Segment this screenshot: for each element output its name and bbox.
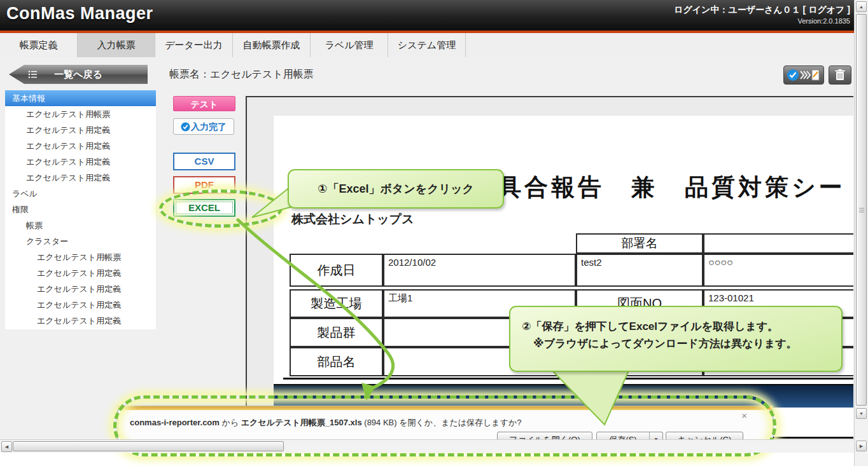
app-logo: ConMas Manager [6, 4, 153, 24]
sidebar-item[interactable]: エクセルテスト用帳票 [5, 106, 156, 122]
vertical-scrollbar[interactable]: ▲ ▼ ▶ [854, 0, 868, 466]
callout-step2: ②「保存」を押下してExcelファイルを取得します。 ※ブラウザによってダウンロ… [509, 306, 843, 372]
sidebar-item[interactable]: エクセルテスト用定義 [5, 297, 156, 313]
cell-dept-value: test2 [576, 254, 703, 287]
document-title: 具合報告 兼 品質対策シート [498, 172, 853, 203]
document-page: 具合報告 兼 品質対策シート 株式会社シムトップス 部署名 作成者 作成日 20… [274, 116, 853, 439]
sidebar-item[interactable]: エクセルテスト用定義 [5, 122, 156, 138]
page-title: 帳票名：エクセルテスト用帳票 [169, 68, 314, 81]
cell-date-value: 2012/10/02 [383, 254, 576, 287]
tab-入力帳票[interactable]: 入力帳票 [78, 33, 155, 57]
callout-step1-text: ①「Excel」ボタンをクリック [318, 181, 474, 196]
cell-factory-label: 製造工場 [290, 289, 383, 318]
login-status-logoff-link[interactable]: ログイン中：ユーザーさん０１ [ ログオフ ] [674, 4, 850, 16]
back-button-label: 一覧へ戻る [54, 69, 102, 79]
sidebar-item[interactable]: エクセルテスト用定義 [5, 313, 156, 329]
tab-データー出力[interactable]: データー出力 [155, 33, 233, 57]
sidebar-item[interactable]: エクセルテスト用定義 [5, 170, 156, 186]
tab-ラベル管理[interactable]: ラベル管理 [311, 33, 388, 57]
cell-part-name-label: 部品名 [290, 347, 383, 376]
thumb-grip [859, 210, 864, 210]
scroll-left-icon[interactable]: ◀ [1, 441, 12, 452]
document-viewer: 具合報告 兼 品質対策シート 株式会社シムトップス 部署名 作成者 作成日 20… [246, 96, 853, 439]
sidebar-item[interactable]: エクセルテスト用帳票 [5, 249, 156, 265]
sidebar-item[interactable]: クラスター [5, 233, 156, 249]
callout-step1: ①「Excel」ボタンをクリック [288, 169, 504, 209]
scroll-right-icon[interactable]: ▶ [856, 441, 867, 451]
table-bottom-rule [283, 378, 853, 380]
back-to-list-button[interactable]: 一覧へ戻る [9, 65, 148, 84]
tab-自動帳票作成[interactable]: 自動帳票作成 [233, 33, 311, 57]
sidebar-item[interactable]: 帳票 [5, 217, 156, 233]
test-button[interactable]: テスト [173, 96, 235, 111]
tab-bar: 帳票定義入力帳票データー出力自動帳票作成ラベル管理システム管理 [0, 33, 868, 57]
check-chevrons-edit-icon [787, 67, 821, 83]
delete-button[interactable] [829, 65, 851, 85]
sidebar-item[interactable]: エクセルテスト用定義 [5, 154, 156, 170]
tab-帳票定義[interactable]: 帳票定義 [0, 33, 78, 57]
scroll-up-icon[interactable]: ▲ [856, 1, 867, 12]
document-company: 株式会社シムトップス [291, 211, 414, 228]
sidebar-item[interactable]: 権限 [5, 202, 156, 217]
sidebar-item[interactable]: エクセルテスト用定義 [5, 265, 156, 281]
input-complete-label: 入力完了 [191, 121, 227, 132]
sidebar-item[interactable]: エクセルテスト用定義 [5, 281, 156, 297]
horizontal-scrollbar[interactable]: ◀ [0, 439, 854, 453]
csv-export-button[interactable]: CSV [173, 153, 235, 170]
cell-author-value: ○○○○ [703, 254, 853, 287]
header-cell-author: 作成者 [703, 233, 853, 254]
scroll-down-icon[interactable]: ▼ [856, 408, 867, 419]
tab-システム管理[interactable]: システム管理 [388, 33, 466, 57]
vertical-scrollbar-thumb[interactable] [856, 14, 867, 406]
horizontal-scrollbar-thumb[interactable] [13, 441, 284, 451]
input-complete-button[interactable]: 入力完了 [173, 118, 234, 135]
sidebar-item[interactable]: ラベル [5, 186, 156, 202]
list-icon [28, 69, 38, 79]
sidebar: 基本情報エクセルテスト用帳票エクセルテスト用定義エクセルテスト用定義エクセルテス… [5, 90, 156, 329]
trash-icon [834, 69, 846, 81]
callout-step2-line1: ②「保存」を押下してExcelファイルを取得します。 [522, 318, 841, 335]
callout-step2-line2: ※ブラウザによってダウンロード方法は異なります。 [522, 335, 841, 352]
cell-product-group-label: 製品群 [290, 318, 383, 347]
sidebar-item[interactable]: エクセルテスト用定義 [5, 138, 156, 154]
approve-flow-edit-button[interactable] [783, 65, 824, 85]
app-header: ConMas Manager ログイン中：ユーザーさん０１ [ ログオフ ] V… [0, 0, 868, 31]
app-window: ConMas Manager ログイン中：ユーザーさん０１ [ ログオフ ] V… [0, 0, 868, 466]
sidebar-item[interactable]: 基本情報 [5, 90, 156, 106]
cell-date-label: 作成日 [290, 254, 383, 287]
check-circle-icon [181, 122, 190, 132]
excel-button-highlight [159, 189, 283, 228]
version-label: Version:2.0.1835 [797, 17, 850, 25]
header-cell-dept: 部署名 [576, 233, 703, 254]
